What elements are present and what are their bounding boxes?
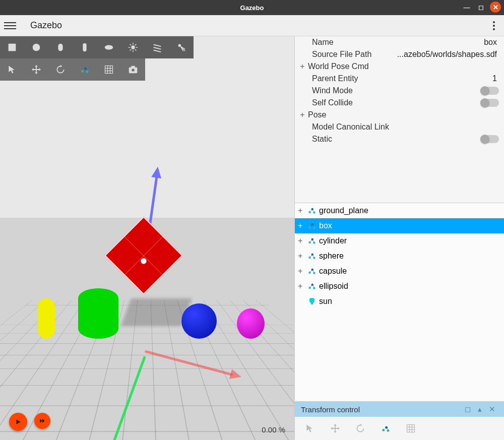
expand-icon[interactable]: + (298, 236, 305, 245)
prop-name: Namebox (297, 36, 501, 48)
joint-tool-icon[interactable] (73, 58, 97, 81)
svg-line-13 (135, 44, 137, 46)
panel-close-icon[interactable]: ✕ (486, 405, 498, 414)
expand-icon[interactable]: + (298, 206, 305, 215)
scene-background (0, 36, 294, 440)
app-name: Gazebo (30, 20, 62, 31)
scene-box[interactable] (104, 216, 183, 295)
insert-capsule-icon[interactable] (73, 36, 97, 58)
tree-item-label: box (319, 221, 332, 230)
self-collide-toggle[interactable] (481, 99, 499, 107)
tree-item-ground-plane[interactable]: +ground_plane (295, 203, 504, 218)
insert-point-light-icon[interactable] (121, 36, 145, 58)
step-button[interactable] (34, 413, 50, 429)
svg-line-55 (310, 270, 312, 273)
prop-canonical-link: Model Canonical Link (297, 121, 501, 133)
transform-control-panel: Transform control ◻ ▴ ✕ (295, 401, 504, 440)
tc-snap-icon[interactable] (401, 418, 421, 438)
tree-item-label: cylinder (319, 236, 347, 245)
svg-rect-3 (83, 43, 86, 52)
tree-item-ellipsoid[interactable]: +ellipsoid (295, 279, 504, 294)
panel-maximize-icon[interactable]: ◻ (462, 405, 474, 414)
right-panel: Namebox Source File Path...azebo5/worlds… (294, 36, 504, 440)
model-icon (307, 236, 317, 246)
svg-line-16 (154, 50, 161, 52)
expand-icon[interactable]: + (299, 62, 306, 71)
svg-line-10 (130, 44, 132, 46)
panel-collapse-icon[interactable]: ▴ (474, 405, 486, 414)
svg-point-21 (81, 70, 84, 73)
svg-line-45 (310, 239, 312, 242)
prop-pose[interactable]: +Pose (297, 109, 501, 121)
insert-ellipsoid-icon[interactable] (97, 36, 121, 58)
entity-tree: +ground_plane+box+cylinder+sphere+capsul… (295, 203, 504, 401)
tc-rotate-icon[interactable] (350, 418, 370, 438)
expand-icon[interactable]: + (298, 221, 305, 230)
tree-item-label: capsule (319, 267, 347, 276)
wind-mode-toggle[interactable] (481, 87, 499, 95)
play-button[interactable] (9, 413, 27, 431)
tree-item-box[interactable]: +box (295, 218, 504, 233)
transform-toolbar (295, 417, 504, 440)
shape-toolbar (0, 36, 194, 58)
minimize-button[interactable]: — (462, 2, 472, 12)
prop-static: Static (297, 133, 501, 145)
expand-icon[interactable]: + (298, 252, 305, 261)
svg-line-14 (154, 45, 161, 47)
svg-rect-30 (131, 66, 135, 68)
screenshot-tool-icon[interactable] (121, 58, 145, 81)
model-icon (307, 221, 317, 231)
titlebar: Gazebo — ◻ ✕ (0, 0, 504, 15)
insert-cylinder-icon[interactable] (48, 36, 73, 58)
maximize-button[interactable]: ◻ (476, 2, 486, 12)
svg-line-12 (130, 49, 132, 51)
menu-hamburger-icon[interactable] (4, 20, 16, 32)
svg-rect-24 (105, 66, 113, 74)
model-icon (307, 251, 317, 261)
expand-icon[interactable]: + (298, 282, 305, 291)
tree-item-cylinder[interactable]: +cylinder (295, 233, 504, 248)
transform-control-header: Transform control ◻ ▴ ✕ (295, 402, 504, 417)
scene-ellipsoid[interactable] (237, 308, 265, 339)
insert-spot-light-icon[interactable] (169, 36, 194, 58)
playback-controls (9, 413, 50, 431)
tree-item-sphere[interactable]: +sphere (295, 248, 504, 264)
svg-point-63 (385, 426, 388, 429)
model-icon (307, 266, 317, 276)
svg-rect-0 (9, 44, 16, 51)
svg-line-11 (135, 49, 137, 51)
tree-item-label: ground_plane (319, 206, 368, 215)
tree-item-sun[interactable]: sun (295, 294, 504, 309)
tc-joint-icon[interactable] (375, 418, 396, 438)
insert-box-icon[interactable] (0, 36, 24, 58)
gizmo-pivot[interactable] (141, 258, 147, 264)
svg-point-1 (33, 44, 40, 51)
grid-tool-icon[interactable] (97, 58, 121, 81)
svg-rect-65 (407, 425, 415, 432)
box-shadow (121, 298, 192, 326)
scene-sphere[interactable] (181, 303, 217, 339)
svg-line-40 (310, 224, 312, 227)
translate-tool-icon[interactable] (24, 58, 48, 81)
model-icon (307, 206, 317, 216)
close-button[interactable]: ✕ (490, 2, 501, 13)
svg-rect-2 (58, 44, 62, 51)
viewport-3d[interactable]: 0.00 % (0, 36, 294, 440)
tc-translate-icon[interactable] (325, 418, 345, 438)
svg-point-31 (132, 69, 135, 72)
expand-icon[interactable]: + (298, 267, 305, 276)
rotate-tool-icon[interactable] (48, 58, 73, 81)
tc-select-icon[interactable] (300, 418, 320, 438)
static-toggle[interactable] (481, 135, 499, 143)
scene-capsule[interactable] (38, 298, 55, 339)
tree-item-capsule[interactable]: +capsule (295, 264, 504, 279)
window-title: Gazebo (240, 4, 264, 12)
insert-directional-light-icon[interactable] (145, 36, 169, 58)
svg-point-5 (131, 45, 135, 49)
select-tool-icon[interactable] (0, 58, 24, 81)
prop-world-pose-cmd[interactable]: +World Pose Cmd (297, 60, 501, 73)
expand-icon[interactable]: + (299, 110, 306, 119)
kebab-menu-icon[interactable] (488, 20, 500, 32)
scene-cylinder[interactable] (78, 288, 118, 339)
insert-sphere-icon[interactable] (24, 36, 48, 58)
